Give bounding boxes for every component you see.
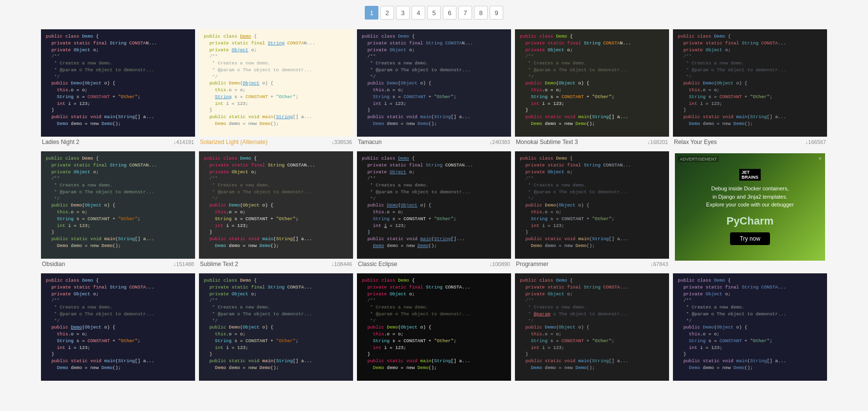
theme-info: Obsidian ↓151488 [41, 259, 195, 269]
theme-downloads: ↓414191 [174, 139, 194, 145]
theme-card-row3-5[interactable]: public class Demo { private static final… [673, 273, 827, 385]
ad-description: Debug inside Docker containers,in Django… [706, 185, 794, 209]
theme-downloads: ↓240383 [490, 139, 510, 145]
theme-info [515, 381, 669, 385]
theme-card-ladies-night-2[interactable]: public class Demo { private static final… [41, 29, 195, 147]
theme-preview: public class Demo { private static final… [41, 151, 195, 259]
ad-close-button[interactable]: ✕ [818, 156, 822, 161]
theme-preview: public class Demo { private static final… [199, 273, 353, 381]
ad-label: ADVERTISEMENT [678, 156, 719, 162]
pagination: 1 2 3 4 5 6 7 8 9 [0, 0, 868, 27]
theme-preview: public class Demo { private static final… [357, 29, 511, 137]
ad-banner[interactable]: ADVERTISEMENT ✕ JETBRAINS Debug inside D… [675, 153, 825, 261]
theme-card-programmer[interactable]: public class Demo { private static final… [515, 151, 669, 269]
theme-name: Programmer [516, 261, 549, 267]
theme-name: Ladies Night 2 [42, 139, 79, 145]
theme-preview: public class Demo { private static final… [41, 273, 195, 381]
theme-info [41, 381, 195, 385]
theme-preview: public class Demo { private static final… [199, 29, 353, 137]
ad-logo: JETBRAINS [739, 169, 761, 181]
theme-info [673, 381, 827, 385]
theme-info [357, 381, 511, 385]
theme-card-relax-your-eyes[interactable]: public class Demo { private static final… [673, 29, 827, 147]
ad-cta-button[interactable]: Try now [730, 232, 770, 245]
theme-info [673, 263, 827, 267]
theme-card-row3-2[interactable]: public class Demo { private static final… [199, 273, 353, 385]
theme-info: Classic Eclipse ↓100890 [357, 259, 511, 269]
theme-gallery: public class Demo { private static final… [0, 27, 868, 387]
theme-preview: public class Demo { private static final… [357, 151, 511, 259]
theme-downloads: ↓151488 [174, 261, 194, 267]
theme-downloads: ↓108446 [332, 261, 352, 267]
theme-card-classic-eclipse[interactable]: public class Demo { private static final… [357, 151, 511, 269]
theme-preview: public class Demo { private static final… [41, 29, 195, 137]
theme-preview: public class Demo { private static final… [357, 273, 511, 381]
theme-name: Sublime Text 2 [200, 261, 238, 267]
theme-info: Relax Your Eyes ↓166567 [673, 137, 827, 147]
theme-name: Classic Eclipse [358, 261, 397, 267]
theme-info: Tamacun ↓240383 [357, 137, 511, 147]
page-9-button[interactable]: 9 [490, 6, 503, 20]
theme-preview: public class Demo { private static final… [673, 273, 827, 381]
ad-brand: JETBRAINS [739, 169, 761, 181]
theme-downloads: ↓166567 [806, 139, 826, 145]
theme-card-solarized-light[interactable]: public class Demo { private static final… [199, 29, 353, 147]
page-4-button[interactable]: 4 [412, 6, 425, 20]
theme-card-tamacun[interactable]: public class Demo { private static final… [357, 29, 511, 147]
theme-name: Relax Your Eyes [674, 139, 717, 145]
theme-card-sublime-text-2[interactable]: public class Demo { private static final… [199, 151, 353, 269]
page-2-button[interactable]: 2 [380, 6, 394, 20]
ad-product-name: PyCharm [727, 215, 774, 227]
theme-info: Sublime Text 2 ↓108446 [199, 259, 353, 269]
theme-name: Obsidian [42, 261, 65, 267]
theme-downloads: ↓168201 [648, 139, 668, 145]
theme-info: Ladies Night 2 ↓414191 [41, 137, 195, 147]
theme-info: Solarized Light (Alternate) ↓338536 [199, 137, 353, 147]
theme-card-ad[interactable]: ADVERTISEMENT ✕ JETBRAINS Debug inside D… [673, 151, 827, 269]
theme-name: Monokai Sublime Text 3 [516, 139, 578, 145]
theme-preview: public class Demo { private static final… [515, 29, 669, 137]
theme-card-row3-3[interactable]: public class Demo { private static final… [357, 273, 511, 385]
theme-preview: public class Demo { private static final… [515, 151, 669, 259]
page-6-button[interactable]: 6 [443, 6, 456, 20]
theme-info: Programmer ↓67843 [515, 259, 669, 269]
theme-preview: public class Demo { private static final… [673, 29, 827, 137]
page-8-button[interactable]: 8 [474, 6, 488, 20]
theme-downloads: ↓100890 [490, 261, 510, 267]
theme-preview: public class Demo { private static final… [515, 273, 669, 381]
theme-downloads: ↓67843 [651, 261, 668, 267]
page-3-button[interactable]: 3 [396, 6, 410, 20]
theme-preview: public class Demo { private static final… [199, 151, 353, 259]
theme-card-row3-1[interactable]: public class Demo { private static final… [41, 273, 195, 385]
theme-info: Monokai Sublime Text 3 ↓168201 [515, 137, 669, 147]
page-5-button[interactable]: 5 [427, 6, 441, 20]
theme-downloads: ↓338536 [332, 139, 352, 145]
theme-name: Solarized Light (Alternate) [200, 139, 268, 145]
theme-info [199, 381, 353, 385]
theme-card-monokai[interactable]: public class Demo { private static final… [515, 29, 669, 147]
theme-card-row3-4[interactable]: public class Demo { private static final… [515, 273, 669, 385]
page-7-button[interactable]: 7 [458, 6, 472, 20]
theme-name: Tamacun [358, 139, 382, 145]
page-1-button[interactable]: 1 [365, 6, 378, 20]
theme-card-obsidian[interactable]: public class Demo { private static final… [41, 151, 195, 269]
